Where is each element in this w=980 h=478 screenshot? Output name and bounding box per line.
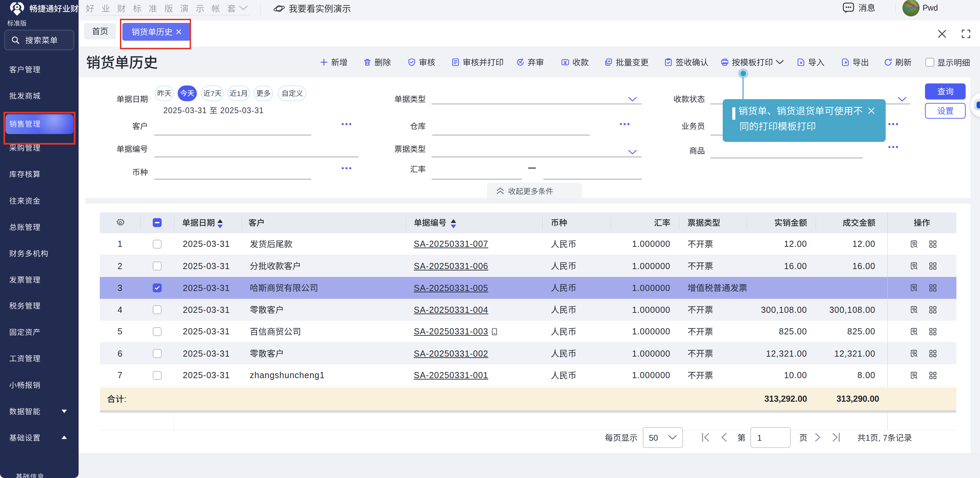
svg-text:2025-03-31: 2025-03-31 <box>163 106 210 115</box>
svg-text:1: 1 <box>237 89 241 97</box>
svg-text:2025-03-31: 2025-03-31 <box>218 106 264 115</box>
svg-text:1: 1 <box>865 433 870 443</box>
svg-text:7: 7 <box>210 89 215 97</box>
svg-text:, 7: , 7 <box>878 433 888 443</box>
